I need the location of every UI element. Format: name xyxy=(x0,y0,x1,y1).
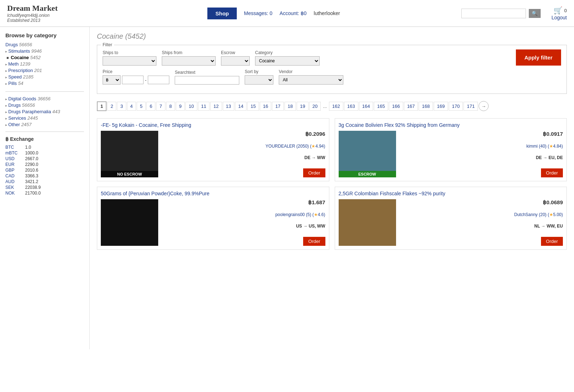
exchange-rate-sek: SEK22038.9 xyxy=(5,185,84,190)
escrow-select[interactable] xyxy=(221,56,250,66)
product-price-2: ฿1.687 xyxy=(162,199,325,206)
ships-to-select[interactable] xyxy=(103,56,156,66)
page-link-163[interactable]: 163 xyxy=(344,102,358,111)
search-input[interactable] xyxy=(461,9,526,18)
vendor-select[interactable]: All xyxy=(279,75,343,85)
sidebar-browse-title: Browse by category xyxy=(5,32,84,38)
filter-row-2: Price ฿ - Searchtext Sort by xyxy=(103,69,561,85)
product-order-button-1[interactable]: Order xyxy=(541,168,563,177)
logout-link[interactable]: Logout xyxy=(551,15,567,20)
product-info-1: ฿0.0917 kimmi (40) (★4.84) DE → EU, DE O… xyxy=(400,131,563,177)
sidebar-item-stimulants[interactable]: ▸Stimulants 9946 xyxy=(5,48,84,54)
page-link-164[interactable]: 164 xyxy=(359,102,373,111)
price-dash: - xyxy=(145,77,146,83)
sidebar-item-prescription[interactable]: ▸Prescription 201 xyxy=(5,68,84,73)
page-link-171[interactable]: 171 xyxy=(464,102,478,111)
sidebar-item-main-other[interactable]: ▸Other 2457 xyxy=(5,122,84,127)
product-image-1: ESCROW xyxy=(339,131,396,177)
page-link-17[interactable]: 17 xyxy=(272,102,283,111)
shop-button[interactable]: Shop xyxy=(207,8,237,19)
page-link-6[interactable]: 6 xyxy=(146,102,155,111)
sidebar-item-cocaine[interactable]: ◾Cocaine 5452 xyxy=(5,55,84,60)
sidebar-item-main-digital-goods[interactable]: ▸Digital Goods 36656 xyxy=(5,96,84,101)
nav-messages[interactable]: Messages: 0 xyxy=(244,10,272,16)
page-link-166[interactable]: 166 xyxy=(389,102,403,111)
page-link-170[interactable]: 170 xyxy=(449,102,463,111)
product-vendor-0[interactable]: YOURDEALER (2050) (★4.94) xyxy=(162,144,325,149)
page-link-18[interactable]: 18 xyxy=(284,102,296,111)
page-link-5[interactable]: 5 xyxy=(137,102,146,111)
ships-to-label: Ships to xyxy=(103,50,156,55)
nav-account[interactable]: Account: ฿0 xyxy=(279,10,306,16)
cart-icon: 🛒 xyxy=(554,6,563,15)
page-link-2[interactable]: 2 xyxy=(107,102,116,111)
product-vendor-3[interactable]: DutchSanny (20) (★5.00) xyxy=(400,212,563,217)
searchtext-input[interactable] xyxy=(175,76,239,85)
product-title-3[interactable]: 2,5GR Colombian Fishscale Flakes ~92% pu… xyxy=(339,191,563,196)
product-title-0[interactable]: -FE- 5g Kokain - Cocaine, Free Shipping xyxy=(101,122,325,128)
product-title-1[interactable]: 3g Cocaine Bolivien Flex 92% Shipping fr… xyxy=(339,122,563,128)
price-min-input[interactable] xyxy=(122,76,144,84)
category-select[interactable]: Cocaine xyxy=(255,56,320,66)
product-image-2 xyxy=(101,199,158,246)
page-link-168[interactable]: 168 xyxy=(419,102,433,111)
product-order-button-0[interactable]: Order xyxy=(303,168,325,177)
search-area: 🔍 xyxy=(461,9,541,18)
page-link-13[interactable]: 13 xyxy=(223,102,234,111)
product-info-0: ฿0.2096 YOURDEALER (2050) (★4.94) DE → W… xyxy=(162,131,325,177)
product-order-button-2[interactable]: Order xyxy=(303,237,325,246)
page-link-19[interactable]: 19 xyxy=(297,102,308,111)
page-link-169[interactable]: 169 xyxy=(434,102,448,111)
sidebar-categories: Drugs 56656▸Stimulants 9946◾Cocaine 5452… xyxy=(5,42,84,86)
ships-from-select[interactable] xyxy=(162,56,216,66)
category-section: Drugs 56656▸Stimulants 9946◾Cocaine 5452… xyxy=(5,42,84,86)
page-link-9[interactable]: 9 xyxy=(176,102,185,111)
product-image-3 xyxy=(339,199,396,246)
sidebar-item-pills[interactable]: ▸Pills 54 xyxy=(5,81,84,86)
page-link-4[interactable]: 4 xyxy=(127,102,136,111)
page-link-162[interactable]: 162 xyxy=(329,102,343,111)
sidebar-item-main-services[interactable]: ▸Services 2445 xyxy=(5,115,84,121)
filter-row-1: Ships to Ships from Escrow xyxy=(103,49,561,66)
content: Cocaine (5452) Filter Ships to Ships fro… xyxy=(90,27,574,349)
page-link-10[interactable]: 10 xyxy=(185,102,197,111)
page-link-1[interactable]: 1 xyxy=(97,101,107,111)
product-body-2: ฿1.687 poolengrains00 (5) (★4.6) US → US… xyxy=(101,199,325,246)
product-title-2[interactable]: 50Grams of {Peruvian Powder}Coke, 99.9%P… xyxy=(101,191,325,196)
sortby-select[interactable] xyxy=(245,75,273,85)
logo-sub: lchudifyeqm4ldjj.onion xyxy=(7,13,86,18)
sidebar-item-drugs[interactable]: Drugs 56656 xyxy=(5,42,84,47)
product-vendor-2[interactable]: poolengrains00 (5) (★4.6) xyxy=(162,212,325,217)
sidebar-item-speed[interactable]: ▸Speed 2185 xyxy=(5,74,84,80)
sortby-group: Sort by xyxy=(245,69,273,85)
product-shipping-3: NL → WW, EU xyxy=(400,224,563,229)
page-link-7[interactable]: 7 xyxy=(156,102,165,111)
product-order-button-3[interactable]: Order xyxy=(541,237,563,246)
products-grid: -FE- 5g Kokain - Cocaine, Free Shipping … xyxy=(97,118,567,250)
product-badge-0: NO ESCROW xyxy=(101,171,158,177)
sidebar-item-main-drugs-paraphernalia[interactable]: ▸Drugs Paraphernalia 443 xyxy=(5,109,84,114)
search-button[interactable]: 🔍 xyxy=(529,9,541,18)
page-link-20[interactable]: 20 xyxy=(309,102,321,111)
product-price-3: ฿0.0689 xyxy=(400,199,563,206)
page-link-14[interactable]: 14 xyxy=(235,102,246,111)
header: Dream Market lchudifyeqm4ldjj.onion Esta… xyxy=(0,0,574,27)
apply-filter-button[interactable]: Apply filter xyxy=(516,49,561,66)
logo-est: Established 2013 xyxy=(7,18,86,23)
escrow-group: Escrow xyxy=(221,50,250,66)
page-link-8[interactable]: 8 xyxy=(166,102,175,111)
page-link-15[interactable]: 15 xyxy=(247,102,259,111)
price-label: Price xyxy=(103,69,169,74)
sidebar-item-main-drugs[interactable]: ▸Drugs 56656 xyxy=(5,102,84,108)
pagination-next[interactable]: → xyxy=(479,101,489,111)
product-vendor-1[interactable]: kimmi (40) (★4.84) xyxy=(400,144,563,149)
price-currency-select[interactable]: ฿ xyxy=(103,75,121,85)
page-link-12[interactable]: 12 xyxy=(210,102,222,111)
page-link-165[interactable]: 165 xyxy=(374,102,388,111)
price-max-input[interactable] xyxy=(148,76,169,84)
sidebar-item-meth[interactable]: ▸Meth 1239 xyxy=(5,61,84,67)
page-link-11[interactable]: 11 xyxy=(198,102,210,111)
page-link-167[interactable]: 167 xyxy=(404,102,418,111)
page-link-3[interactable]: 3 xyxy=(117,102,126,111)
page-link-16[interactable]: 16 xyxy=(260,102,271,111)
